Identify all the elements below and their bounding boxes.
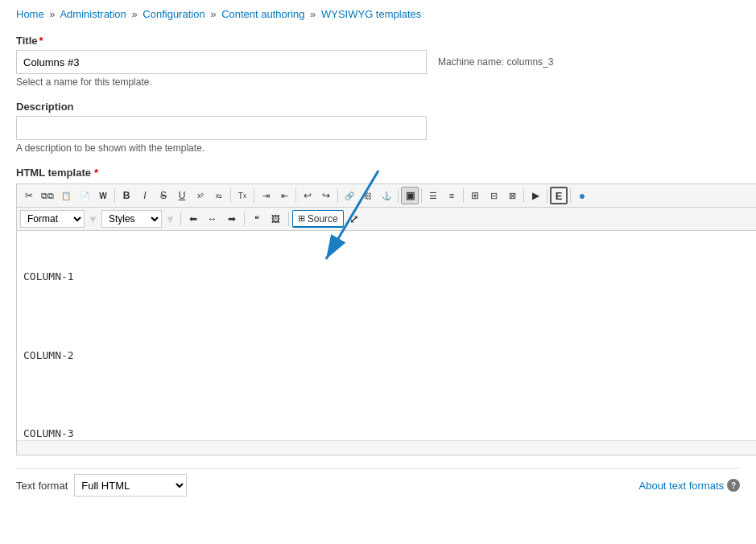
title-label: Title* xyxy=(16,35,740,47)
toolbar-row1: ⧉ 📋 📄 W B I S U x² x₂ Tx ⇥ ⇤ ↩ ↪ 🔗 ⛓ ⚓ ▣ xyxy=(17,184,756,208)
sep3 xyxy=(254,188,254,203)
anchor-button[interactable]: ⚓ xyxy=(378,187,395,204)
table-ops2-button[interactable]: ⊠ xyxy=(503,187,521,204)
play-button[interactable]: ▶ xyxy=(527,187,544,204)
html-template-required-indicator: * xyxy=(94,167,98,179)
breadcrumb: Home » Administration » Configuration » … xyxy=(16,8,740,20)
color-button[interactable]: ● xyxy=(573,187,591,204)
strikethrough-button[interactable]: S xyxy=(155,187,172,204)
about-text-formats-label: About text formats xyxy=(639,480,725,492)
media-button[interactable]: ▣ xyxy=(401,187,419,204)
sep1 xyxy=(114,188,115,203)
sep-row2-2 xyxy=(244,212,245,226)
undo-button[interactable]: ↩ xyxy=(299,187,316,204)
sep11 xyxy=(570,188,571,203)
sep10 xyxy=(547,188,547,203)
html-template-field-group: HTML template* ⧉ 📋 📄 W B I S U x² x₂ Tx … xyxy=(16,167,740,455)
styles-select[interactable]: Styles xyxy=(101,210,162,228)
sep2 xyxy=(230,188,231,203)
format-select[interactable]: Format Normal Heading 1 Heading 2 Headin… xyxy=(20,210,85,228)
sep-row2-3 xyxy=(288,212,289,226)
superscript-button[interactable]: x² xyxy=(192,187,209,204)
sep5 xyxy=(337,188,338,203)
paste-word-button[interactable]: W xyxy=(94,187,112,204)
title-field-group: Title* Machine name: columns_3 Select a … xyxy=(16,35,740,88)
indent-button[interactable]: ⇥ xyxy=(257,187,275,204)
maximize-button[interactable]: ⤢ xyxy=(345,210,363,228)
sep4 xyxy=(295,188,296,203)
editor-resize-bar xyxy=(17,440,756,455)
paste-button[interactable]: 📋 xyxy=(57,187,75,204)
text-format-left: Text format Full HTML Basic HTML Plain t… xyxy=(16,474,187,497)
underline-button[interactable]: U xyxy=(173,187,191,204)
text-format-label: Text format xyxy=(16,480,68,492)
source-icon: ⊞ xyxy=(298,213,305,224)
breadcrumb-config[interactable]: Configuration xyxy=(143,8,204,20)
redo-button[interactable]: ↪ xyxy=(317,187,335,204)
align-center-button[interactable]: ↔ xyxy=(204,210,221,228)
sep-row2-1 xyxy=(180,212,181,226)
copy-button[interactable]: ⧉ xyxy=(39,187,56,204)
unlink-button[interactable]: ⛓ xyxy=(359,187,377,204)
paste-text-button[interactable]: 📄 xyxy=(76,187,93,204)
block-quote-button[interactable]: ❝ xyxy=(248,210,266,228)
breadcrumb-home[interactable]: Home xyxy=(16,8,44,20)
toolbar-row2: Format Normal Heading 1 Heading 2 Headin… xyxy=(17,208,756,231)
image-button[interactable]: 🖼 xyxy=(267,210,285,228)
editor-content[interactable]: COLUMN-1 COLUMN-2 COLUMN-3 xyxy=(17,231,756,440)
text-format-select[interactable]: Full HTML Basic HTML Plain text xyxy=(74,474,187,497)
sep9 xyxy=(523,188,524,203)
italic-button[interactable]: I xyxy=(136,187,154,204)
description-hint: A description to be shown with the templ… xyxy=(16,142,740,154)
table-ops1-button[interactable]: ⊟ xyxy=(485,187,502,204)
bold-button[interactable]: B xyxy=(118,187,135,204)
html-template-label: HTML template* xyxy=(16,167,740,179)
editor-content-wrapper: COLUMN-1 COLUMN-2 COLUMN-3 xyxy=(17,231,756,440)
cut-button[interactable] xyxy=(20,187,38,204)
outdent-button[interactable]: ⇤ xyxy=(275,187,293,204)
subscript-button[interactable]: x₂ xyxy=(210,187,228,204)
link-button[interactable]: 🔗 xyxy=(341,187,358,204)
ul-button[interactable]: ☰ xyxy=(424,187,442,204)
description-field-group: Description A description to be shown wi… xyxy=(16,101,740,154)
ol-button[interactable]: ≡ xyxy=(443,187,461,204)
breadcrumb-admin[interactable]: Administration xyxy=(60,8,126,20)
description-input[interactable] xyxy=(16,116,427,140)
wysiwyg-editor: ⧉ 📋 📄 W B I S U x² x₂ Tx ⇥ ⇤ ↩ ↪ 🔗 ⛓ ⚓ ▣ xyxy=(16,183,756,455)
sep8 xyxy=(463,188,464,203)
removeformat-button[interactable]: Tx xyxy=(233,187,251,204)
source-button-label: Source xyxy=(308,213,338,225)
align-right-button[interactable]: ➡ xyxy=(223,210,241,228)
about-text-formats-link[interactable]: About text formats ? xyxy=(639,479,741,492)
breadcrumb-content-authoring[interactable]: Content authoring xyxy=(221,8,304,20)
breadcrumb-wysiwyg-templates[interactable]: WYSIWYG templates xyxy=(321,8,421,20)
sep7 xyxy=(421,188,422,203)
title-hint: Select a name for this template. xyxy=(16,76,740,88)
description-label: Description xyxy=(16,101,740,113)
sep6 xyxy=(398,188,399,203)
text-format-bar: Text format Full HTML Basic HTML Plain t… xyxy=(16,468,740,501)
table-button[interactable]: ⊞ xyxy=(466,187,484,204)
edit-button[interactable]: E xyxy=(550,187,568,204)
title-input[interactable] xyxy=(16,50,427,74)
align-left-button[interactable]: ⬅ xyxy=(184,210,202,228)
title-required-indicator: * xyxy=(39,35,43,47)
machine-name-label: Machine name: columns_3 xyxy=(438,56,553,68)
help-icon: ? xyxy=(727,479,740,492)
source-button[interactable]: ⊞ Source xyxy=(292,210,344,228)
